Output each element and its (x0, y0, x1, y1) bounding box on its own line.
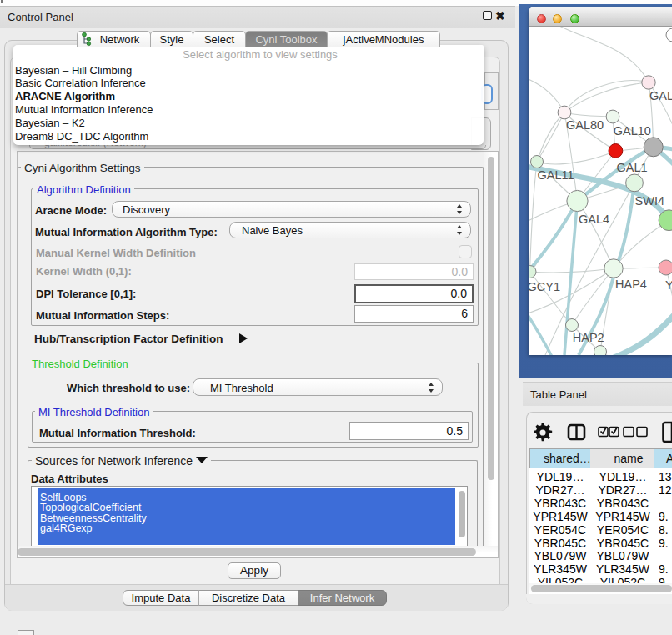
svg-text:HAP4: HAP4 (615, 278, 647, 291)
svg-text:GCY1: GCY1 (529, 280, 560, 293)
svg-text:GAL80: GAL80 (566, 118, 604, 132)
svg-text:GAL4: GAL4 (579, 212, 609, 226)
svg-text:GAL10: GAL10 (614, 124, 651, 138)
svg-text:SWI4: SWI4 (635, 194, 664, 208)
svg-text:GAL1: GAL1 (617, 161, 648, 174)
svg-text:GAL: GAL (649, 89, 672, 102)
svg-text:HAP2: HAP2 (573, 331, 604, 344)
svg-text:GAL11: GAL11 (538, 168, 574, 182)
svg-text:Y: Y (665, 278, 672, 292)
